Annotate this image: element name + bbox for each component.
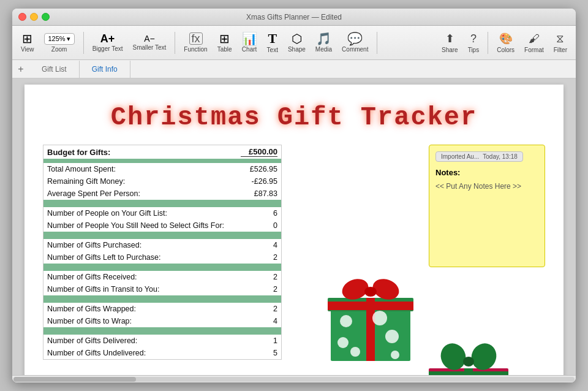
text-button[interactable]: T Text — [263, 29, 282, 56]
sheet: Christmas Gift Tracker Budget for Gifts:… — [24, 85, 564, 375]
view-button[interactable]: ⊞ View — [17, 30, 38, 55]
svg-point-11 — [350, 347, 360, 357]
gifts-undelivered-row: Number of Gifts Undelivered: 5 — [43, 347, 282, 360]
people-need-select-row: Number of People You Still Need to Selec… — [43, 219, 282, 232]
gifts-delivered-value: 1 — [235, 335, 281, 347]
media-button[interactable]: 🎵 Media — [312, 30, 336, 55]
minimize-button[interactable] — [30, 13, 38, 21]
comment-label: Comment — [342, 46, 368, 53]
svg-point-7 — [340, 315, 352, 327]
scrollbar-area — [12, 375, 576, 382]
smaller-text-button[interactable]: A− Smaller Text — [129, 32, 170, 53]
average-label: Average Spent Per Person: — [43, 188, 236, 200]
gifts-transit-row: Number of Gifts in Transit to You: 2 — [43, 283, 282, 295]
remaining-label: Remaining Gift Money: — [43, 175, 236, 188]
shape-label: Shape — [288, 46, 306, 53]
traffic-lights — [18, 13, 50, 21]
imported-label: Imported Au... — [441, 153, 479, 160]
zoom-label: Zoom — [51, 46, 67, 53]
right-panel: Imported Au... Today, 13:18 Notes: << Pu… — [294, 145, 545, 375]
gift-red-image — [423, 333, 514, 375]
format-icon: 🖌 — [529, 32, 540, 45]
colors-label: Colors — [497, 47, 514, 53]
section-separator-6 — [43, 327, 282, 335]
gifts-left-value: 2 — [235, 251, 281, 264]
gifts-to-wrap-row: Number of Gifts to Wrap: 4 — [43, 315, 282, 327]
zoom-value: 125% — [48, 35, 66, 42]
smaller-text-label: Smaller Text — [132, 44, 166, 51]
tab-gift-list[interactable]: Gift List — [29, 61, 80, 78]
gifts-transit-value: 2 — [235, 283, 281, 295]
tips-label: Tips — [468, 47, 480, 53]
people-gift-list-row: Number of People on Your Gift List: 6 — [43, 207, 282, 219]
gifts-wrapped-row: Number of Gifts Wrapped: 2 — [43, 303, 282, 315]
share-button[interactable]: ⬆ Share — [438, 29, 462, 56]
section-separator-5 — [43, 295, 282, 303]
people-gift-list-label: Number of People on Your Gift List: — [43, 207, 236, 219]
people-need-select-value: 0 — [235, 219, 281, 232]
tabs-bar: + Gift List Gift Info — [12, 60, 576, 78]
function-label: Function — [184, 46, 207, 53]
format-button[interactable]: 🖌 Format — [521, 30, 548, 56]
svg-point-10 — [385, 330, 399, 343]
notes-header: Imported Au... Today, 13:18 — [435, 151, 538, 162]
stats-table: Budget for Gifts: £500.00 — [43, 145, 282, 360]
section-separator-1 — [43, 159, 282, 163]
function-icon: fx — [189, 32, 203, 45]
zoom-control-group[interactable]: 125% ▾ Zoom — [40, 31, 78, 55]
sep-row-2 — [43, 200, 282, 207]
gifts-left-label: Number of Gifts Left to Purchase: — [43, 251, 236, 264]
window-title: Xmas Gifts Planner — Edited — [246, 13, 342, 21]
gifts-undelivered-label: Number of Gifts Undelivered: — [43, 347, 236, 360]
scrollbar-track[interactable] — [13, 377, 575, 382]
sep3 — [377, 32, 377, 54]
gifts-delivered-label: Number of Gifts Delivered: — [43, 335, 236, 347]
svg-point-9 — [337, 337, 349, 348]
content-area: Christmas Gift Tracker Budget for Gifts:… — [12, 78, 576, 375]
average-row: Average Spent Per Person: £87.83 — [43, 188, 282, 200]
notes-panel: Imported Au... Today, 13:18 Notes: << Pu… — [429, 145, 545, 267]
comment-button[interactable]: 💬 Comment — [338, 30, 372, 55]
scrollbar-thumb[interactable] — [13, 377, 136, 382]
gifts-undelivered-value: 5 — [235, 347, 281, 360]
share-label: Share — [442, 47, 458, 53]
filter-button[interactable]: ⧖ Filter — [550, 30, 571, 56]
section-separator-4 — [43, 264, 282, 271]
media-icon: 🎵 — [316, 32, 331, 45]
notes-content[interactable]: << Put Any Notes Here >> — [435, 182, 538, 191]
zoom-input[interactable]: 125% ▾ — [44, 33, 75, 45]
table-icon: ⊞ — [219, 32, 230, 45]
tab-gift-info[interactable]: Gift Info — [80, 61, 130, 78]
svg-point-6 — [364, 287, 377, 297]
gifts-transit-label: Number of Gifts in Transit to You: — [43, 283, 236, 295]
colors-button[interactable]: 🎨 Colors — [493, 29, 518, 56]
bigger-text-button[interactable]: A+ Bigger Text — [89, 31, 127, 55]
zoom-button[interactable] — [42, 13, 50, 21]
svg-rect-16 — [429, 371, 508, 375]
add-tab-button[interactable]: + — [12, 61, 29, 78]
budget-amount: £500.00 — [241, 147, 277, 157]
total-spent-row: Total Amount Spent: £526.95 — [43, 163, 282, 175]
sep-row-4 — [43, 264, 282, 271]
sep1 — [83, 32, 84, 54]
gifts-delivered-row: Number of Gifts Delivered: 1 — [43, 335, 282, 347]
close-button[interactable] — [18, 13, 26, 21]
filter-icon: ⧖ — [556, 32, 564, 45]
chart-icon: 📊 — [242, 32, 257, 45]
chart-button[interactable]: 📊 Chart — [238, 30, 261, 55]
text-icon: T — [268, 32, 277, 45]
gifts-received-value: 2 — [235, 271, 281, 283]
svg-point-19 — [463, 357, 474, 366]
gifts-wrapped-label: Number of Gifts Wrapped: — [43, 303, 236, 315]
gifts-to-wrap-value: 4 — [235, 315, 281, 327]
smaller-text-icon: A− — [144, 34, 155, 43]
total-spent-value: £526.95 — [235, 163, 281, 175]
function-button[interactable]: fx Function — [180, 30, 211, 55]
gifts-wrapped-value: 2 — [235, 303, 281, 315]
gifts-left-row: Number of Gifts Left to Purchase: 2 — [43, 251, 282, 264]
tips-button[interactable]: ? Tips — [464, 30, 483, 56]
shape-button[interactable]: ⬡ Shape — [284, 30, 309, 55]
table-button[interactable]: ⊞ Table — [214, 30, 236, 55]
table-label: Table — [217, 46, 232, 53]
svg-point-12 — [391, 351, 399, 359]
